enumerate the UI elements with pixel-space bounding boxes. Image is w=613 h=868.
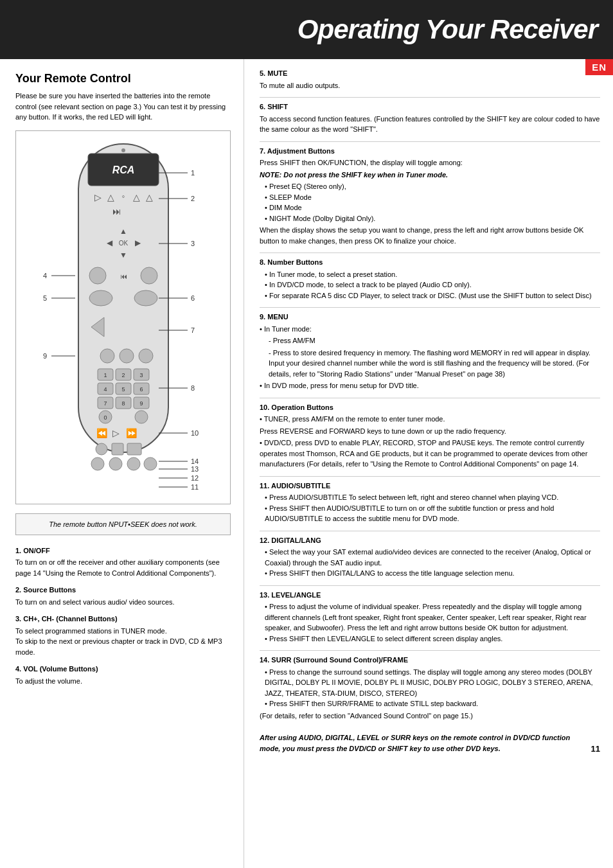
sec-10-b2: • DVD/CD, press DVD to enable PLAY, RECO… [260, 438, 600, 470]
svg-point-54 [144, 457, 157, 470]
sec-5-title: 5. MUTE [260, 68, 600, 79]
svg-text:12: 12 [191, 474, 199, 482]
svg-rect-50 [127, 443, 141, 455]
item-1-title: 1. ON/OFF [15, 545, 231, 556]
svg-text:△: △ [132, 192, 139, 202]
sec-7-title: 7. Adjustment Buttons [260, 146, 600, 157]
svg-text:14: 14 [191, 457, 199, 465]
sec-10-title: 10. Operation Buttons [260, 402, 600, 413]
sec-11-bullets: Press AUDIO/SUBTITLE To select between l… [265, 492, 600, 524]
sec-8-bullets: In Tuner mode, to select a preset statio… [265, 269, 600, 301]
sec-7-body2: When the display shows the setup you wan… [260, 225, 600, 246]
sec-9-indent: - Press AM/FM - Press to store desired f… [269, 335, 600, 379]
svg-text:11: 11 [191, 483, 199, 491]
bottom-bold-text: After using AUDIO, DIGITAL, LEVEL or SUR… [260, 732, 581, 754]
svg-text:⏩: ⏩ [125, 428, 137, 439]
sec-10-b1: • TUNER, press AM/FM on the remote to en… [260, 414, 600, 425]
svg-text:OK: OK [118, 240, 128, 247]
sec-12-bullets: Select the way your SAT external audio/v… [265, 547, 600, 579]
svg-text:△: △ [145, 192, 152, 202]
sec-8-title: 8. Number Buttons [260, 257, 600, 268]
sec-11-title: 11. AUDIO/SUBTITLE [260, 481, 600, 492]
svg-text:°: ° [121, 194, 124, 202]
section-11: 11. AUDIO/SUBTITLE Press AUDIO/SUBTITLE … [260, 481, 600, 524]
svg-text:⏭: ⏭ [112, 206, 121, 217]
svg-text:1: 1 [191, 169, 195, 177]
bottom-items: 1. ON/OFF To turn on or off the receiver… [15, 545, 231, 687]
sec-14-body2: (For details, refer to section "Advanced… [260, 711, 600, 722]
svg-text:7: 7 [191, 326, 195, 334]
svg-text:10: 10 [191, 429, 199, 437]
svg-point-48 [96, 443, 107, 455]
svg-point-52 [109, 457, 122, 470]
svg-point-15 [89, 267, 106, 284]
sec-9-title: 9. MENU [260, 312, 600, 323]
item-3-title: 3. CH+, CH- (Channel Buttons) [15, 614, 231, 624]
left-column: Your Remote Control Please be sure you h… [0, 59, 244, 868]
svg-text:2: 2 [191, 195, 195, 202]
section-title: Your Remote Control [15, 72, 231, 85]
svg-text:5: 5 [43, 294, 47, 302]
sec-14-bullets: Press to change the surround sound setti… [265, 667, 600, 709]
svg-point-3 [121, 148, 125, 152]
svg-text:13: 13 [191, 465, 199, 473]
svg-text:▲: ▲ [120, 227, 127, 236]
svg-text:5: 5 [121, 386, 125, 393]
sec-13-title: 13. LEVEL/ANGLE [260, 590, 600, 601]
page-header: Operating Your Receiver [0, 0, 613, 59]
page-title: Operating Your Receiver [298, 15, 598, 44]
svg-point-51 [91, 457, 104, 470]
svg-text:4: 4 [43, 272, 47, 279]
svg-text:3: 3 [191, 240, 195, 247]
svg-text:8: 8 [191, 384, 195, 392]
section-10: 10. Operation Buttons • TUNER, press AM/… [260, 402, 600, 470]
svg-text:⏮: ⏮ [120, 272, 127, 280]
svg-point-19 [134, 290, 157, 306]
sec-7-body: Press SHIFT then OK/FUNCTION, the displa… [260, 157, 600, 168]
section-13: 13. LEVEL/ANGLE Press to adjust the volu… [260, 590, 600, 644]
svg-point-53 [127, 457, 140, 470]
sec-6-title: 6. SHIFT [260, 102, 600, 112]
sec-9-bullet1: • In Tuner mode: [260, 324, 600, 335]
sec-7-bullets: Preset EQ (Stereo only), SLEEP Mode DIM … [265, 181, 600, 224]
svg-text:△: △ [107, 192, 114, 202]
item-2-body: To turn on and select various audio/ vid… [15, 597, 231, 608]
sec-9-body2: • In DVD mode, press for menu setup for … [260, 380, 600, 391]
svg-point-18 [89, 290, 112, 306]
item-4-title: 4. VOL (Volume Buttons) [15, 664, 231, 675]
svg-text:9: 9 [139, 400, 143, 407]
sec-6-body: To access second function features. (Fun… [260, 114, 600, 135]
svg-text:2: 2 [121, 372, 125, 378]
item-4-body: To adjust the volume. [15, 676, 231, 687]
section-8: 8. Number Buttons In Tuner mode, to sele… [260, 257, 600, 301]
svg-text:▷: ▷ [112, 428, 119, 438]
section-6: 6. SHIFT To access second function featu… [260, 102, 600, 135]
section-12: 12. DIGITAL/LANG Select the way your SAT… [260, 535, 600, 579]
right-content: 5. MUTE To mute all audio outputs. 6. SH… [260, 59, 600, 754]
section-7: 7. Adjustment Buttons Press SHIFT then O… [260, 146, 600, 247]
svg-text:4: 4 [103, 386, 107, 393]
sec-13-bullets: Press to adjust the volume of individual… [265, 601, 600, 644]
right-column: EN 5. MUTE To mute all audio outputs. 6.… [244, 59, 613, 868]
svg-point-21 [100, 349, 114, 363]
svg-point-44 [135, 411, 148, 423]
svg-rect-49 [112, 443, 123, 455]
svg-text:8: 8 [121, 400, 125, 407]
section-9: 9. MENU • In Tuner mode: - Press AM/FM -… [260, 312, 600, 391]
section-14: 14. SURR (Surround Sound Control)/FRAME … [260, 655, 600, 721]
svg-text:0: 0 [103, 414, 107, 421]
svg-text:◀: ◀ [106, 238, 112, 247]
svg-text:RCA: RCA [112, 164, 134, 175]
remote-diagram: RCA ▷ △ ° △ △ ⏭ ▲ ◀ OK ▶ ▼ [40, 137, 207, 497]
section-5: 5. MUTE To mute all audio outputs. [260, 68, 600, 91]
svg-point-22 [120, 349, 134, 363]
en-badge: EN [585, 59, 613, 75]
page-number: 11 [591, 744, 600, 754]
svg-text:⏪: ⏪ [96, 428, 107, 439]
sec-10-mid: Press REVERSE and FORWARD keys to tune d… [260, 426, 600, 437]
item-1-body: To turn on or off the receiver and other… [15, 557, 231, 578]
svg-text:▼: ▼ [120, 251, 127, 260]
svg-text:1: 1 [103, 372, 107, 378]
svg-text:3: 3 [139, 372, 143, 378]
sec-7-note: NOTE: Do not press the SHIFT key when in… [260, 170, 600, 181]
